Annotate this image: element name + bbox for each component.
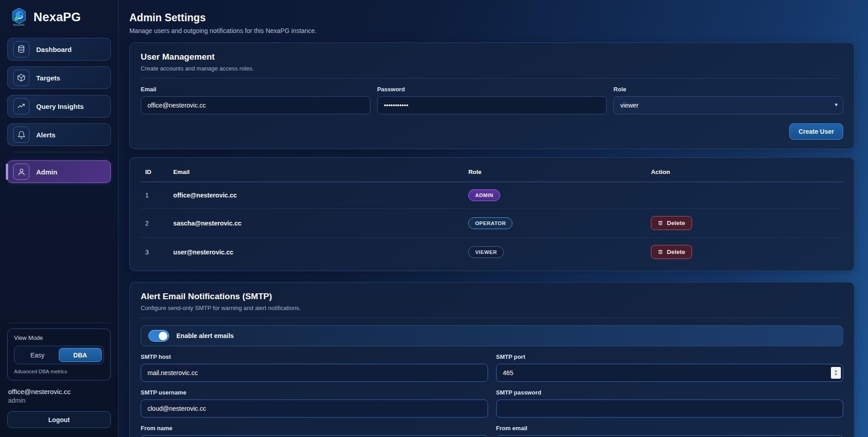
new-user-email-input[interactable] xyxy=(141,96,370,114)
user-management-card: User Management Create accounts and mana… xyxy=(129,42,854,149)
view-mode-box: View Mode Easy DBA Advanced DBA metrics xyxy=(7,329,111,381)
sidebar-item-label: Query Insights xyxy=(36,103,84,110)
delete-user-button[interactable]: Delete xyxy=(651,245,692,259)
user-id: 3 xyxy=(141,238,169,267)
smtp-username-input[interactable] xyxy=(141,399,488,418)
user-email: sascha@nesterovic.cc xyxy=(169,209,464,238)
view-mode-label: View Mode xyxy=(14,334,104,341)
person-icon xyxy=(13,164,29,180)
page-title: Admin Settings xyxy=(129,12,854,24)
user-id: 1 xyxy=(141,182,169,209)
role-badge: ADMIN xyxy=(468,189,500,201)
user-id: 2 xyxy=(141,209,169,238)
smtp-title: Alert Email Notifications (SMTP) xyxy=(141,291,843,301)
sidebar-item-admin[interactable]: Admin xyxy=(7,160,111,183)
sidebar-item-label: Targets xyxy=(36,74,60,82)
column-header-action: Action xyxy=(646,161,843,182)
table-row: 1 office@nesterovic.cc ADMIN xyxy=(141,182,843,209)
users-table: ID Email Role Action 1 office@nesterovic… xyxy=(141,161,843,266)
view-mode-easy-button[interactable]: Easy xyxy=(16,348,59,362)
nav-divider xyxy=(14,152,104,152)
create-user-button[interactable]: Create User xyxy=(789,123,843,140)
user-management-title: User Management xyxy=(141,52,843,62)
smtp-username-label: SMTP username xyxy=(141,389,488,396)
table-row: 2 sascha@nesterovic.cc OPERATOR Delete xyxy=(141,209,843,238)
sidebar-item-targets[interactable]: Targets xyxy=(7,66,111,89)
logout-button[interactable]: Logout xyxy=(7,411,111,428)
role-badge: VIEWER xyxy=(468,246,503,258)
sidebar-item-label: Admin xyxy=(36,168,57,176)
password-label: Password xyxy=(377,86,607,93)
table-row: 3 user@nesterovic.cc VIEWER Delete xyxy=(141,238,843,267)
sidebar-bottom-divider xyxy=(7,323,111,323)
from-email-input[interactable] xyxy=(496,435,844,437)
trash-icon xyxy=(658,249,663,255)
view-mode-dba-button[interactable]: DBA xyxy=(59,348,102,362)
column-header-id: ID xyxy=(141,161,169,182)
smtp-password-input[interactable] xyxy=(496,399,844,418)
new-user-role-select[interactable]: viewer xyxy=(613,96,843,114)
trash-icon xyxy=(658,220,663,226)
sidebar-item-dashboard[interactable]: Dashboard xyxy=(7,38,111,61)
user-email: office@nesterovic.cc xyxy=(169,182,464,209)
number-spinner[interactable]: ▲▼ xyxy=(831,367,841,379)
sidebar: NexaPG NexaPG Dashboard Tar xyxy=(0,0,119,437)
sidebar-item-query-insights[interactable]: Query Insights xyxy=(7,95,111,117)
sidebar-nav: Dashboard Targets Query Insights xyxy=(0,32,118,189)
smtp-card: Alert Email Notifications (SMTP) Configu… xyxy=(129,282,854,437)
table-header-row: ID Email Role Action xyxy=(141,161,843,182)
sidebar-item-label: Dashboard xyxy=(36,46,71,53)
app-title: NexaPG xyxy=(33,10,81,24)
main-content: Admin Settings Manage users and outgoing… xyxy=(119,0,868,437)
smtp-subtitle: Configure send-only SMTP for warning and… xyxy=(141,305,843,311)
smtp-host-label: SMTP host xyxy=(141,353,488,360)
email-label: Email xyxy=(141,86,370,93)
bell-icon xyxy=(13,127,29,143)
app-logo-icon: NexaPG xyxy=(10,7,28,27)
card-divider xyxy=(141,318,843,318)
view-mode-hint: Advanced DBA metrics xyxy=(14,369,104,374)
enable-alerts-toggle[interactable] xyxy=(148,330,169,342)
app-logo-row: NexaPG NexaPG xyxy=(0,0,118,32)
chart-icon xyxy=(13,98,29,114)
cube-icon xyxy=(13,70,29,86)
role-badge: OPERATOR xyxy=(468,217,512,229)
smtp-port-input[interactable] xyxy=(496,364,844,382)
from-email-label: From email xyxy=(496,425,844,432)
user-management-subtitle: Create accounts and manage access roles. xyxy=(141,65,843,72)
current-user-email: office@nesterovic.cc xyxy=(8,388,118,395)
from-name-input[interactable] xyxy=(141,435,488,437)
smtp-password-label: SMTP password xyxy=(496,389,844,396)
new-user-password-input[interactable] xyxy=(377,96,607,114)
current-user-role: admin xyxy=(8,397,118,404)
column-header-email: Email xyxy=(169,161,464,182)
database-icon xyxy=(13,41,29,57)
user-email: user@nesterovic.cc xyxy=(169,238,464,267)
sidebar-item-label: Alerts xyxy=(36,131,56,139)
smtp-port-label: SMTP port xyxy=(496,353,844,360)
enable-alerts-label: Enable alert emails xyxy=(176,332,234,339)
enable-alerts-row: Enable alert emails xyxy=(141,325,843,346)
users-table-card: ID Email Role Action 1 office@nesterovic… xyxy=(129,157,854,271)
from-name-label: From name xyxy=(141,425,488,432)
sidebar-item-alerts[interactable]: Alerts xyxy=(7,123,111,146)
view-mode-switch: Easy DBA xyxy=(14,346,104,364)
smtp-host-input[interactable] xyxy=(141,364,488,382)
card-divider xyxy=(141,78,843,79)
delete-user-button[interactable]: Delete xyxy=(651,216,692,230)
page-subtitle: Manage users and outgoing notifications … xyxy=(129,27,854,34)
column-header-role: Role xyxy=(464,161,646,182)
role-label: Role xyxy=(613,86,843,93)
